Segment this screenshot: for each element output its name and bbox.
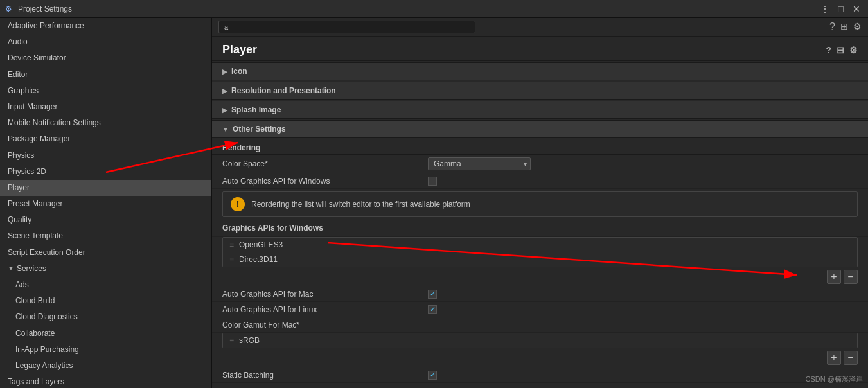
other-settings-label: Other Settings [233, 125, 286, 134]
sidebar-item-graphics[interactable]: Graphics [0, 83, 211, 99]
color-gamut-mac-label: Color Gamut For Mac* [222, 321, 428, 330]
window-title: Project Settings [18, 4, 72, 13]
content-toolbar: ? ⊞ ⚙ [212, 18, 868, 37]
color-space-value: Gamma Linear [428, 157, 858, 170]
sidebar-item-services[interactable]: ▼ Services [0, 261, 211, 277]
api-list-color-gamut: ≡ sRGB [222, 333, 858, 348]
player-header-icons: ? ⊟ ⚙ [826, 45, 858, 55]
auto-graphics-mac-value: ✓ [428, 290, 858, 299]
gear-icon: ⚙ [5, 4, 14, 13]
api-list-item-opengles3: ≡ OpenGLES3 [223, 238, 857, 252]
content-area: ? ⊞ ⚙ Player ? ⊟ ⚙ ▶ Icon ▶ Reso [212, 18, 868, 388]
add-gamut-button[interactable]: + [827, 351, 841, 365]
sidebar-item-device-simulator[interactable]: Device Simulator [0, 50, 211, 66]
services-collapse-arrow: ▼ [8, 263, 14, 274]
static-batching-value: ✓ [428, 371, 858, 380]
toolbar-icons: ? ⊞ ⚙ [829, 21, 862, 33]
main-layout: Adaptive Performance Audio Device Simula… [0, 18, 868, 388]
player-title: Player [222, 43, 257, 57]
static-batching-row: Static Batching ✓ [212, 367, 868, 383]
section-resolution[interactable]: ▶ Resolution and Presentation [212, 82, 868, 100]
sidebar-item-physics[interactable]: Physics [0, 148, 211, 164]
rendering-label: Rendering [212, 139, 868, 155]
sidebar-item-script-execution-order[interactable]: Script Execution Order [0, 245, 211, 261]
help-header-icon[interactable]: ? [826, 45, 831, 55]
warning-text: Reordering the list will switch editor t… [251, 200, 470, 209]
sidebar-scroll[interactable]: Adaptive Performance Audio Device Simula… [0, 18, 211, 388]
search-input[interactable] [218, 21, 475, 33]
sidebar-item-adaptive-performance[interactable]: Adaptive Performance [0, 18, 211, 34]
splash-section-arrow: ▶ [222, 107, 227, 114]
icon-section-label: Icon [231, 67, 247, 76]
sidebar-item-scene-template[interactable]: Scene Template [0, 228, 211, 244]
sidebar-item-quality[interactable]: Quality [0, 212, 211, 228]
remove-api-button[interactable]: − [844, 270, 858, 284]
opengles3-label: OpenGLES3 [239, 240, 283, 249]
auto-graphics-mac-checkbox[interactable]: ✓ [428, 290, 437, 299]
sidebar-item-tags-and-layers[interactable]: Tags and Layers [0, 374, 211, 388]
auto-graphics-linux-row: Auto Graphics API for Linux ✓ [212, 302, 868, 317]
sidebar-item-cloud-build[interactable]: Cloud Build [0, 293, 211, 309]
api-list-windows: ≡ OpenGLES3 ≡ Direct3D11 [222, 237, 858, 267]
auto-graphics-mac-row: Auto Graphics API for Mac ✓ [212, 287, 868, 302]
help-icon[interactable]: ? [829, 21, 835, 33]
color-space-label: Color Space* [222, 159, 428, 168]
api-list-item-srgb: ≡ sRGB [223, 333, 857, 348]
remove-gamut-button[interactable]: − [844, 351, 858, 365]
resolution-section-arrow: ▶ [222, 87, 227, 94]
sidebar-item-physics-2d[interactable]: Physics 2D [0, 164, 211, 180]
drag-handle-opengles3: ≡ [229, 240, 234, 249]
auto-graphics-linux-value: ✓ [428, 305, 858, 314]
section-splash[interactable]: ▶ Splash Image [212, 101, 868, 119]
sidebar-services-label: Services [17, 263, 46, 275]
sidebar-item-collaborate[interactable]: Collaborate [0, 326, 211, 342]
sidebar-item-legacy-analytics[interactable]: Legacy Analytics [0, 358, 211, 374]
static-batching-checkbox[interactable]: ✓ [428, 371, 437, 380]
srgb-label: sRGB [239, 336, 260, 345]
sidebar: Adaptive Performance Audio Device Simula… [0, 18, 212, 388]
sidebar-item-ads[interactable]: Ads [0, 277, 211, 293]
title-bar: ⚙ Project Settings ⋮ □ ✕ [0, 0, 868, 18]
restore-icon[interactable]: □ [836, 4, 846, 13]
color-gamut-mac-row: Color Gamut For Mac* [212, 317, 868, 333]
watermark: CSDN @楠溪泽岸 [806, 375, 863, 384]
resolution-section-label: Resolution and Presentation [231, 86, 336, 95]
sidebar-item-audio[interactable]: Audio [0, 34, 211, 50]
sidebar-item-input-manager[interactable]: Input Manager [0, 99, 211, 115]
gear-header-icon[interactable]: ⚙ [849, 45, 858, 55]
drag-handle-srgb: ≡ [229, 336, 234, 345]
color-space-dropdown[interactable]: Gamma Linear [428, 157, 531, 170]
auto-graphics-mac-label: Auto Graphics API for Mac [222, 290, 428, 299]
content-scroll[interactable]: ▶ Icon ▶ Resolution and Presentation ▶ S… [212, 61, 868, 388]
color-space-row: Color Space* Gamma Linear [212, 155, 868, 173]
graphics-apis-header: Graphics APIs for Windows [212, 220, 868, 237]
add-api-button[interactable]: + [827, 270, 841, 284]
window-controls: ⋮ □ ✕ [818, 4, 863, 13]
splash-section-label: Splash Image [231, 105, 281, 114]
settings-icon[interactable]: ⚙ [853, 21, 862, 33]
static-batching-label: Static Batching [222, 371, 428, 380]
filter-header-icon[interactable]: ⊟ [837, 45, 844, 55]
layout-icon[interactable]: ⊞ [840, 21, 848, 33]
sidebar-item-mobile-notification-settings[interactable]: Mobile Notification Settings [0, 115, 211, 131]
sidebar-item-editor[interactable]: Editor [0, 67, 211, 83]
auto-graphics-windows-label: Auto Graphics API for Windows [222, 177, 428, 186]
auto-graphics-linux-checkbox[interactable]: ✓ [428, 305, 437, 314]
sidebar-item-player[interactable]: Player [0, 180, 211, 196]
sidebar-item-cloud-diagnostics[interactable]: Cloud Diagnostics [0, 309, 211, 325]
other-settings-arrow: ▼ [222, 126, 229, 133]
sidebar-item-preset-manager[interactable]: Preset Manager [0, 196, 211, 212]
menu-icon[interactable]: ⋮ [818, 4, 832, 13]
section-other-settings[interactable]: ▼ Other Settings [212, 120, 868, 138]
player-header: Player ? ⊟ ⚙ [212, 37, 868, 61]
sidebar-item-in-app-purchasing[interactable]: In-App Purchasing [0, 342, 211, 358]
sidebar-item-package-manager[interactable]: Package Manager [0, 131, 211, 147]
close-icon[interactable]: ✕ [850, 4, 863, 13]
warning-box: ! Reordering the list will switch editor… [222, 191, 858, 217]
auto-graphics-linux-label: Auto Graphics API for Linux [222, 305, 428, 314]
section-icon[interactable]: ▶ Icon [212, 62, 868, 80]
auto-graphics-windows-row: Auto Graphics API for Windows [212, 173, 868, 189]
color-space-dropdown-wrapper[interactable]: Gamma Linear [428, 157, 531, 170]
api-list-controls-windows: + − [212, 267, 868, 287]
auto-graphics-windows-checkbox[interactable] [428, 177, 437, 186]
